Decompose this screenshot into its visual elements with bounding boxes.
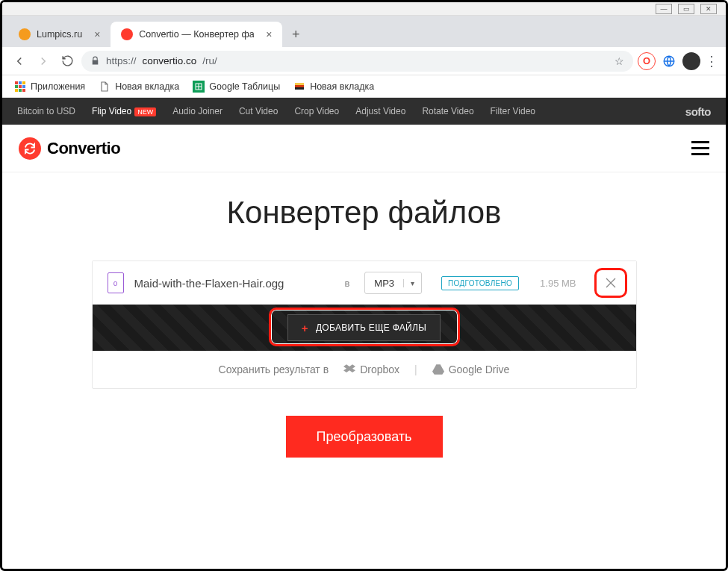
close-window-button[interactable]: ✕ — [700, 4, 717, 14]
forward-button[interactable] — [34, 52, 53, 71]
svg-rect-15 — [295, 85, 304, 87]
add-more-label: ДОБАВИТЬ ЕЩЕ ФАЙЛЫ — [316, 322, 426, 333]
gdrive-icon — [432, 364, 444, 375]
file-size: 1.95 MB — [540, 278, 576, 289]
bookmark-label: Новая вкладка — [115, 81, 179, 92]
topbar-item[interactable]: Flip VideoNEW — [92, 106, 156, 116]
save-to-gdrive[interactable]: Google Drive — [432, 363, 510, 375]
favicon-icon — [19, 28, 31, 40]
topbar-item[interactable]: Audio Joiner — [172, 106, 223, 116]
page-icon — [99, 81, 111, 93]
close-icon[interactable]: × — [94, 28, 100, 40]
window-titlebar: — ▭ ✕ — [2, 2, 726, 16]
maximize-button[interactable]: ▭ — [678, 4, 694, 14]
bookmark-sheets[interactable]: Google Таблицы — [193, 81, 280, 93]
reload-button[interactable] — [57, 52, 77, 71]
url-host: convertio.co — [143, 55, 197, 66]
topbar-item[interactable]: Adjust Video — [355, 106, 405, 116]
lock-icon — [90, 56, 100, 66]
url-input[interactable]: https://convertio.co/ru/ ☆ — [81, 51, 633, 72]
topbar-item[interactable]: Rotate Video — [422, 106, 473, 116]
cta-label: Преобразовать — [317, 429, 412, 445]
conversion-tray: o Maid-with-the-Flaxen-Hair.ogg в MP3 ▾ … — [92, 260, 637, 389]
bookmark-label: Приложения — [31, 81, 85, 92]
svg-rect-14 — [295, 83, 304, 85]
minimize-button[interactable]: — — [656, 4, 672, 14]
bookmarks-bar: Приложения Новая вкладка Google Таблицы … — [2, 75, 726, 98]
convert-button[interactable]: Преобразовать — [286, 416, 443, 458]
bookmark-label: Новая вкладка — [310, 81, 374, 92]
format-select[interactable]: MP3 ▾ — [364, 272, 422, 294]
audio-file-icon: o — [108, 272, 124, 293]
site-header: Convertio — [2, 125, 726, 172]
tab-title: Convertio — Конвертер файлов — [139, 29, 254, 40]
topbar-item[interactable]: Crop Video — [294, 106, 339, 116]
extension-globe-icon[interactable] — [660, 52, 678, 70]
close-icon[interactable]: × — [266, 28, 272, 40]
sheets-icon — [193, 81, 205, 93]
page-title: Конвертер файлов — [2, 195, 726, 231]
tab-strip: Lumpics.ru × Convertio — Конвертер файло… — [2, 16, 726, 47]
divider: | — [414, 363, 417, 375]
profile-avatar[interactable] — [682, 52, 700, 70]
site-topbar: Bitcoin to USD Flip VideoNEW Audio Joine… — [2, 98, 726, 125]
logo[interactable]: Convertio — [19, 137, 120, 160]
svg-rect-7 — [15, 89, 18, 92]
save-to-dropbox[interactable]: Dropbox — [343, 363, 399, 375]
topbar-item[interactable]: Bitcoin to USD — [17, 106, 75, 116]
tab-convertio[interactable]: Convertio — Конвертер файлов × — [111, 22, 282, 47]
topbar-item[interactable]: Filter Video — [491, 106, 535, 116]
dropbox-icon — [343, 364, 355, 375]
topbar-item[interactable]: Cut Video — [239, 106, 278, 116]
apps-icon — [14, 81, 26, 93]
svg-rect-2 — [19, 81, 22, 84]
browser-menu-button[interactable]: ⋮ — [705, 53, 718, 69]
add-more-strip: + ДОБАВИТЬ ЕЩЕ ФАЙЛЫ — [93, 305, 636, 351]
convertio-logo-icon — [19, 137, 41, 160]
topbar-brand: softo — [685, 105, 711, 118]
svg-rect-4 — [15, 85, 18, 88]
save-destination-row: Сохранить результат в Dropbox | Google D… — [93, 351, 636, 388]
save-to-label: Сохранить результат в — [219, 363, 329, 375]
hamburger-menu-button[interactable] — [691, 141, 709, 155]
back-button[interactable] — [10, 52, 29, 71]
to-label: в — [344, 278, 349, 289]
svg-rect-6 — [22, 85, 25, 88]
browser-window: — ▭ ✕ Lumpics.ru × Convertio — Конвертер… — [0, 0, 728, 571]
status-badge: ПОДГОТОВЛЕНО — [441, 276, 519, 290]
bookmark-label: Google Таблицы — [209, 81, 280, 92]
svg-rect-3 — [22, 81, 25, 84]
new-tab-button[interactable]: + — [285, 24, 306, 45]
remove-file-button[interactable] — [600, 272, 621, 293]
bookmark-newtab2[interactable]: Новая вкладка — [293, 81, 374, 93]
chevron-down-icon: ▾ — [403, 279, 421, 287]
svg-rect-5 — [19, 85, 22, 88]
flag-icon — [293, 81, 305, 93]
svg-rect-9 — [22, 89, 25, 92]
cloud-label: Google Drive — [449, 363, 510, 375]
favicon-icon — [121, 28, 133, 40]
plus-icon: + — [302, 322, 308, 334]
main-content: Конвертер файлов o Maid-with-the-Flaxen-… — [2, 172, 726, 487]
bookmark-apps[interactable]: Приложения — [14, 81, 85, 93]
address-bar: https://convertio.co/ru/ ☆ O ⋮ — [2, 47, 726, 75]
tab-title: Lumpics.ru — [37, 29, 82, 40]
cloud-label: Dropbox — [360, 363, 399, 375]
extension-opera-icon[interactable]: O — [638, 52, 656, 70]
new-badge: NEW — [134, 107, 156, 116]
bookmark-newtab1[interactable]: Новая вкладка — [99, 81, 179, 93]
file-name: Maid-with-the-Flaxen-Hair.ogg — [134, 277, 335, 290]
format-value: MP3 — [365, 278, 403, 289]
tab-lumpics[interactable]: Lumpics.ru × — [8, 22, 111, 47]
svg-rect-16 — [295, 87, 304, 90]
bookmark-star-icon[interactable]: ☆ — [615, 55, 624, 67]
svg-rect-8 — [19, 89, 22, 92]
svg-rect-1 — [15, 81, 18, 84]
logo-text: Convertio — [47, 139, 120, 158]
add-more-files-button[interactable]: + ДОБАВИТЬ ЕЩЕ ФАЙЛЫ — [287, 314, 441, 341]
url-scheme: https:// — [106, 55, 137, 66]
file-row: o Maid-with-the-Flaxen-Hair.ogg в MP3 ▾ … — [93, 261, 636, 305]
url-path: /ru/ — [202, 55, 217, 66]
